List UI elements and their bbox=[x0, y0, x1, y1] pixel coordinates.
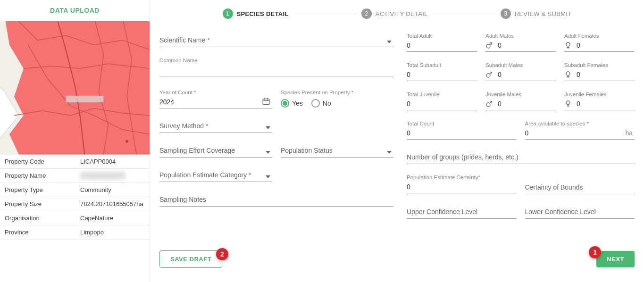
field-placeholder: Certainty of Bounds bbox=[525, 183, 583, 191]
adult-males-field[interactable]: Adult Males bbox=[485, 34, 556, 52]
population-estimate-certainty-field[interactable]: Population Estimate Certainty* bbox=[407, 175, 517, 194]
property-label: Province bbox=[5, 229, 80, 236]
property-label: Organisation bbox=[5, 215, 80, 222]
step-number: 2 bbox=[361, 8, 372, 19]
field-label: Total Count bbox=[407, 121, 434, 126]
species-present-yes[interactable]: Yes bbox=[281, 99, 303, 108]
property-row: Property Code LICAPP0004 bbox=[0, 155, 150, 169]
radio-icon bbox=[311, 99, 320, 108]
svg-point-9 bbox=[566, 42, 570, 46]
property-row: Province Limpopo bbox=[0, 225, 150, 240]
main-content: 1 SPECIES DETAIL 2 ACTIVITY DETAIL 3 REV… bbox=[150, 0, 644, 282]
field-label: Subadult Females bbox=[564, 62, 608, 68]
property-value: LICAPP0004 bbox=[80, 158, 116, 165]
subadult-females-field[interactable]: Subadult Females bbox=[564, 63, 635, 81]
adult-females-field[interactable]: Adult Females bbox=[564, 34, 635, 52]
form-left-column: Scientific Name * Common Name Year of Co… bbox=[159, 34, 393, 241]
total-count-field[interactable]: Total Count bbox=[407, 122, 517, 140]
sidebar: DATA UPLOAD Property Code LICAPP0004 Pro… bbox=[0, 0, 150, 282]
step-activity-detail[interactable]: 2 ACTIVITY DETAIL bbox=[361, 8, 428, 19]
survey-method-field[interactable]: Survey Method * bbox=[159, 120, 272, 133]
area-available-field[interactable]: Area available to species * ha bbox=[525, 122, 635, 140]
property-value: Limpopo bbox=[80, 229, 104, 236]
step-number: 1 bbox=[223, 8, 233, 19]
field-placeholder: Population Status bbox=[281, 147, 333, 154]
female-icon bbox=[564, 71, 572, 78]
subadult-males-field[interactable]: Subadult Males bbox=[485, 63, 556, 81]
property-label: Property Size bbox=[5, 200, 80, 207]
step-connector bbox=[434, 14, 495, 14]
radio-icon bbox=[281, 99, 289, 108]
svg-point-19 bbox=[566, 101, 570, 105]
field-label: Juvenile Males bbox=[485, 91, 521, 97]
total-adult-field[interactable]: Total Adult bbox=[407, 34, 477, 52]
annotation-badge: 1 bbox=[589, 246, 601, 258]
number-of-groups-field[interactable]: Number of groups (prides, herds, etc.) bbox=[407, 151, 635, 164]
svg-point-14 bbox=[566, 72, 570, 75]
sampling-notes-field[interactable]: Sampling Notes bbox=[159, 193, 393, 207]
property-value: CapeNature bbox=[80, 215, 113, 222]
field-placeholder: Sampling Effort Coverage bbox=[159, 147, 235, 154]
juvenile-males-field[interactable]: Juvenile Males bbox=[485, 92, 556, 110]
step-connector bbox=[294, 14, 356, 14]
property-table: Property Code LICAPP0004 Property Name █… bbox=[0, 155, 150, 240]
svg-rect-2 bbox=[66, 96, 104, 102]
field-label: Subadult Males bbox=[485, 62, 523, 68]
sampling-effort-field[interactable]: Sampling Effort Coverage bbox=[159, 144, 272, 158]
common-name-field[interactable]: Common Name bbox=[159, 58, 393, 76]
svg-line-18 bbox=[490, 101, 492, 104]
property-label: Property Code bbox=[5, 158, 80, 165]
step-number: 3 bbox=[501, 8, 511, 19]
species-present-no[interactable]: No bbox=[311, 99, 331, 108]
save-draft-button[interactable]: SAVE DRAFT 2 bbox=[159, 250, 222, 268]
field-label: Area available to species * bbox=[525, 121, 589, 126]
male-icon bbox=[485, 100, 493, 108]
radio-label: No bbox=[323, 100, 331, 107]
total-subadult-field[interactable]: Total Subadult bbox=[407, 63, 477, 81]
field-label: Total Adult bbox=[407, 33, 432, 39]
lower-confidence-field[interactable]: Lower Confidence Level bbox=[525, 206, 635, 219]
certainty-of-bounds-field[interactable]: Certainty of Bounds bbox=[525, 175, 635, 194]
property-row: Organisation CapeNature bbox=[0, 211, 150, 225]
form-body: Scientific Name * Common Name Year of Co… bbox=[159, 24, 635, 241]
field-label: Juvenile Females bbox=[564, 91, 606, 97]
property-row: Property Name ██████ bbox=[0, 169, 150, 183]
scientific-name-field[interactable]: Scientific Name * bbox=[159, 34, 393, 47]
field-label: Adult Females bbox=[564, 33, 599, 39]
step-label: SPECIES DETAIL bbox=[237, 10, 289, 17]
field-label: Common Name bbox=[159, 58, 198, 63]
field-placeholder: Population Estimate Category * bbox=[159, 171, 251, 179]
population-estimate-category-field[interactable]: Population Estimate Category * bbox=[159, 169, 272, 182]
map-svg bbox=[0, 21, 150, 155]
next-button[interactable]: 1 NEXT bbox=[596, 251, 635, 267]
female-icon bbox=[564, 41, 572, 49]
field-placeholder: Scientific Name * bbox=[159, 36, 210, 44]
species-present-field: Species Present on Property * Yes No bbox=[281, 91, 393, 108]
map-preview[interactable] bbox=[0, 21, 150, 155]
svg-line-8 bbox=[490, 43, 492, 45]
field-placeholder: Sampling Notes bbox=[159, 196, 206, 203]
form-right-column: Total Adult Adult Males Adult Females To… bbox=[407, 34, 635, 241]
property-value: 7824.207101655057ha bbox=[80, 200, 143, 207]
property-value-blurred: ██████ bbox=[80, 172, 125, 179]
male-icon bbox=[485, 71, 493, 78]
field-placeholder: Number of groups (prides, herds, etc.) bbox=[407, 153, 519, 161]
sidebar-title: DATA UPLOAD bbox=[0, 0, 150, 21]
field-placeholder: Lower Confidence Level bbox=[525, 208, 596, 216]
juvenile-females-field[interactable]: Juvenile Females bbox=[564, 92, 635, 110]
radio-label: Yes bbox=[292, 100, 303, 107]
field-placeholder: Survey Method * bbox=[159, 122, 209, 130]
upper-confidence-field[interactable]: Upper Confidence Level bbox=[407, 206, 517, 219]
year-of-count-field[interactable]: Year of Count * bbox=[159, 91, 272, 108]
field-placeholder: Upper Confidence Level bbox=[407, 208, 477, 216]
population-status-field[interactable]: Population Status bbox=[281, 144, 393, 158]
female-icon bbox=[564, 100, 572, 108]
step-review-submit[interactable]: 3 REVIEW & SUBMIT bbox=[501, 8, 572, 19]
field-label: Adult Males bbox=[485, 33, 514, 39]
stepper: 1 SPECIES DETAIL 2 ACTIVITY DETAIL 3 REV… bbox=[159, 0, 635, 24]
field-label: Total Subadult bbox=[407, 62, 441, 68]
unit-suffix: ha bbox=[625, 129, 633, 137]
step-species-detail[interactable]: 1 SPECIES DETAIL bbox=[223, 8, 289, 19]
property-row: Property Type Community bbox=[0, 183, 150, 197]
total-juvenile-field[interactable]: Total Juvenile bbox=[407, 92, 477, 110]
